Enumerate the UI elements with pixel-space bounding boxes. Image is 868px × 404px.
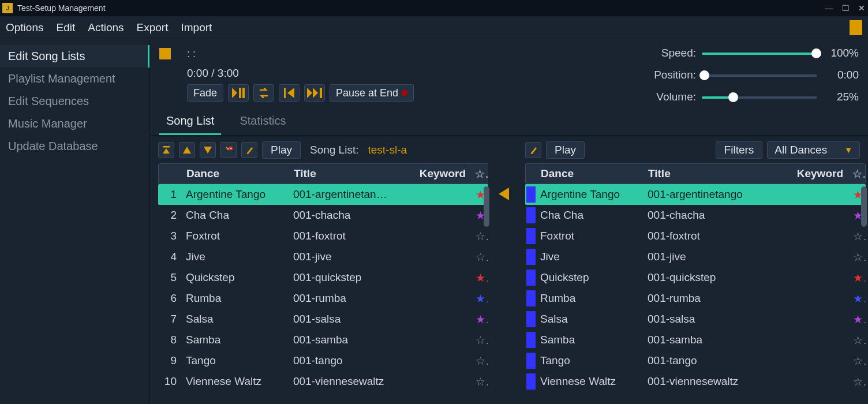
row-title: 001-quickstep	[643, 271, 785, 284]
row-marker	[525, 290, 536, 306]
row-number: 9	[158, 354, 181, 367]
svg-marker-13	[247, 147, 253, 154]
col-title[interactable]: Title	[289, 167, 407, 180]
row-dance: Tango	[181, 354, 289, 367]
menu-import[interactable]: Import	[181, 21, 212, 34]
table-row[interactable]: 9 Tango 001-tango ☆	[158, 350, 488, 371]
menu-edit[interactable]: Edit	[56, 21, 75, 34]
col-title[interactable]: Title	[643, 167, 784, 180]
table-row[interactable]: 3 Foxtrot 001-foxtrot ☆	[158, 226, 488, 246]
row-marker	[525, 207, 536, 223]
table-row[interactable]: 7 Salsa 001-salsa ★	[158, 309, 488, 330]
close-icon[interactable]: ✕	[858, 4, 866, 12]
sidebar-item-edit-song-lists[interactable]: Edit Song Lists	[0, 45, 149, 68]
row-title: 001-chacha	[289, 209, 407, 222]
table-row[interactable]: 10 Viennese Waltz 001-viennesewaltz ☆	[158, 371, 488, 392]
play-button-left[interactable]: Play	[262, 141, 301, 159]
row-number: 1	[158, 188, 181, 201]
table-row[interactable]: Viennese Waltz 001-viennesewaltz ☆	[525, 371, 866, 392]
titlebar: J Test-Setup Management — ☐ ✕	[0, 0, 868, 16]
table-row[interactable]: Quickstep 001-quickstep ★	[525, 267, 866, 288]
prev-button[interactable]	[279, 84, 300, 102]
svg-rect-2	[242, 88, 245, 98]
repeat-button[interactable]	[253, 84, 274, 102]
move-left-button[interactable]	[499, 188, 509, 200]
tab-statistics[interactable]: Statistics	[233, 110, 293, 135]
table-row[interactable]: 2 Cha Cha 001-chacha ★	[158, 205, 488, 226]
minimize-icon[interactable]: —	[825, 4, 833, 12]
table-row[interactable]: 4 Jive 001-jive ☆	[158, 246, 488, 267]
play-pause-button[interactable]	[228, 84, 249, 102]
sidebar-item-playlist-management[interactable]: Playlist Management	[0, 68, 149, 90]
move-up-button[interactable]	[179, 142, 195, 158]
row-dance: Samba	[536, 334, 643, 346]
pause-at-end-button[interactable]: Pause at End	[330, 84, 414, 102]
col-dance[interactable]: Dance	[182, 167, 289, 180]
table-row[interactable]: 6 Rumba 001-rumba ★	[158, 288, 488, 309]
sidebar-item-music-manager[interactable]: Music Manager	[0, 113, 149, 135]
sidebar-item-edit-sequences[interactable]: Edit Sequences	[0, 90, 149, 113]
volume-slider-row: Volume: 25%	[641, 88, 859, 106]
row-marker	[525, 332, 536, 348]
svg-marker-14	[499, 188, 509, 200]
player-elapsed: 0:00 / 3:00	[187, 67, 239, 80]
menu-export[interactable]: Export	[137, 21, 169, 34]
maximize-icon[interactable]: ☐	[841, 4, 850, 12]
row-dance: Argentine Tango	[181, 188, 289, 201]
row-title: 001-foxtrot	[289, 230, 407, 242]
next-button[interactable]	[304, 84, 325, 102]
row-title: 001-tango	[289, 354, 407, 367]
row-dance: Foxtrot	[536, 230, 643, 242]
menu-options[interactable]: Options	[6, 21, 43, 34]
left-scrollbar[interactable]	[484, 163, 489, 404]
col-keyword[interactable]: Keyword	[784, 167, 848, 180]
row-dance: Cha Cha	[536, 209, 643, 222]
row-marker	[525, 373, 536, 390]
col-dance[interactable]: Dance	[536, 167, 643, 180]
volume-slider[interactable]	[702, 94, 817, 100]
row-marker	[525, 186, 536, 203]
play-button-right[interactable]: Play	[546, 141, 585, 159]
table-row[interactable]: Rumba 001-rumba ★	[525, 288, 866, 309]
table-row[interactable]: 5 Quickstep 001-quickstep ★	[158, 267, 488, 288]
row-title: 001-rumba	[289, 292, 407, 305]
row-marker	[525, 228, 536, 244]
table-row[interactable]: Salsa 001-salsa ★	[525, 309, 866, 330]
table-row[interactable]: 8 Samba 001-samba ☆	[158, 330, 488, 350]
all-dances-dropdown[interactable]: All Dances ▼	[767, 141, 860, 159]
songlist-label: Song List:	[310, 144, 359, 156]
right-table-header[interactable]: Dance Title Keyword ☆	[525, 163, 866, 184]
menu-actions[interactable]: Actions	[88, 21, 124, 34]
row-title: 001-viennesewaltz	[643, 375, 785, 388]
svg-marker-11	[204, 147, 212, 154]
move-top-button[interactable]	[158, 142, 174, 158]
svg-marker-6	[313, 88, 318, 98]
row-dance: Tango	[536, 354, 643, 367]
table-row[interactable]: Cha Cha 001-chacha ★	[525, 205, 866, 226]
table-row[interactable]: Argentine Tango 001-argentinetango ★	[525, 184, 866, 205]
sidebar-item-update-database[interactable]: Update Database	[0, 135, 149, 158]
remove-button[interactable]	[220, 142, 237, 158]
player-panel: : : 0:00 / 3:00 Fade	[150, 39, 868, 110]
fade-button[interactable]: Fade	[187, 84, 223, 102]
edit-button[interactable]	[241, 142, 257, 158]
row-title: 001-jive	[289, 250, 407, 263]
speed-slider[interactable]	[702, 50, 817, 56]
move-down-button[interactable]	[200, 142, 216, 158]
row-number: 3	[158, 230, 181, 242]
row-dance: Rumba	[536, 292, 643, 305]
edit-button-right[interactable]	[525, 142, 541, 158]
col-keyword[interactable]: Keyword	[407, 167, 470, 180]
table-row[interactable]: Tango 001-tango ☆	[525, 350, 866, 371]
filters-button[interactable]: Filters	[716, 141, 763, 159]
left-table-header[interactable]: Dance Title Keyword ☆	[158, 163, 488, 184]
tab-song-list[interactable]: Song List	[159, 110, 221, 135]
table-row[interactable]: Samba 001-samba ☆	[525, 330, 866, 350]
table-row[interactable]: 1 Argentine Tango 001-argentinetan… ★	[158, 184, 488, 205]
speed-label: Speed:	[641, 47, 696, 59]
table-row[interactable]: Jive 001-jive ☆	[525, 246, 866, 267]
right-scrollbar[interactable]	[861, 163, 867, 404]
table-row[interactable]: Foxtrot 001-foxtrot ☆	[525, 226, 866, 246]
position-slider[interactable]	[702, 72, 817, 78]
svg-marker-4	[287, 88, 294, 98]
